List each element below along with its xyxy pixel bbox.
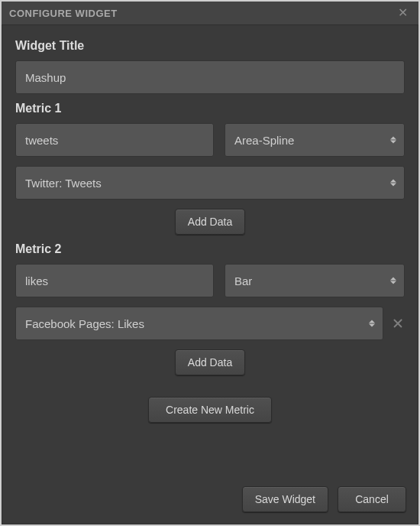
metric-1-label: Metric 1 [15, 102, 405, 115]
metric-2-chart-type-value: Bar [234, 274, 252, 287]
configure-widget-dialog: CONFIGURE WIDGET ✕ Widget Title Metric 1… [2, 2, 418, 524]
metric-1-data-source-value: Twitter: Tweets [25, 177, 102, 190]
metric-2-name-input[interactable] [15, 264, 214, 297]
chevron-up-down-icon [390, 180, 396, 187]
metric-2-data-source-value: Facebook Pages: Likes [25, 317, 144, 330]
close-icon[interactable]: ✕ [395, 4, 411, 22]
chevron-up-down-icon [390, 278, 396, 284]
remove-data-source-icon[interactable] [391, 317, 405, 330]
chevron-up-down-icon [390, 137, 396, 144]
dialog-title: CONFIGURE WIDGET [9, 8, 395, 19]
dialog-footer: Save Widget Cancel [2, 476, 418, 524]
metric-1-data-source-select[interactable]: Twitter: Tweets [15, 166, 405, 200]
metric-1-name-input[interactable] [15, 123, 214, 157]
metric-2-add-data-button[interactable]: Add Data [175, 349, 245, 375]
metric-2-row: Bar [15, 264, 405, 297]
metric-2-chart-type-select[interactable]: Bar [225, 264, 405, 297]
metric-1-chart-type-value: Area-Spline [234, 134, 294, 147]
button-label: Create New Metric [166, 404, 254, 416]
metric-1-chart-type-select[interactable]: Area-Spline [225, 123, 405, 157]
button-label: Cancel [355, 493, 389, 505]
button-label: Add Data [188, 356, 232, 369]
save-widget-button[interactable]: Save Widget [242, 486, 328, 512]
widget-title-label: Widget Title [15, 39, 405, 53]
widget-title-input[interactable] [15, 60, 405, 94]
metric-2-data-source-select[interactable]: Facebook Pages: Likes [15, 307, 383, 340]
metric-1-add-data-button[interactable]: Add Data [175, 209, 245, 235]
create-new-metric-button[interactable]: Create New Metric [148, 397, 272, 423]
metric-2-data-row: Facebook Pages: Likes [15, 307, 405, 340]
metric-1-data-row: Twitter: Tweets [15, 166, 405, 200]
frame: CONFIGURE WIDGET ✕ Widget Title Metric 1… [0, 0, 420, 526]
button-label: Save Widget [255, 493, 315, 505]
metric-2-label: Metric 2 [15, 242, 405, 256]
metric-1-row: Area-Spline [15, 123, 405, 157]
cancel-button[interactable]: Cancel [338, 486, 406, 512]
dialog-body: Widget Title Metric 1 Area-Spline Twitte… [2, 25, 418, 476]
chevron-up-down-icon [369, 320, 375, 327]
button-label: Add Data [188, 216, 232, 228]
dialog-titlebar: CONFIGURE WIDGET ✕ [2, 2, 418, 25]
